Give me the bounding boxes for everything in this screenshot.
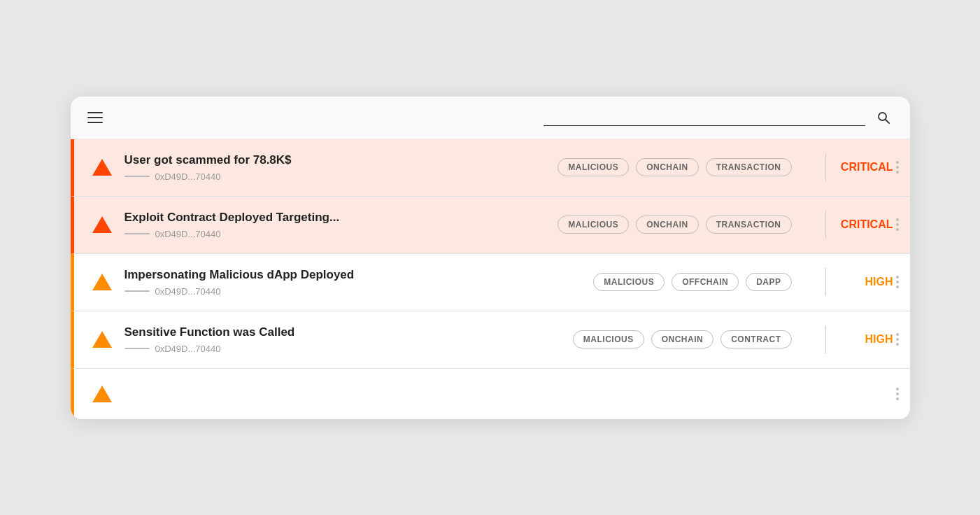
tag-contract: CONTRACT	[720, 330, 791, 348]
alert-row[interactable]: Impersonating Malicious dApp Deployed 0x…	[71, 254, 910, 311]
vertical-divider	[825, 153, 826, 181]
vertical-divider	[825, 325, 826, 353]
critical-triangle-icon	[92, 216, 112, 233]
search-input[interactable]	[544, 108, 865, 126]
vertical-divider	[825, 211, 826, 239]
alert-address: 0xD49D...70440	[125, 286, 571, 297]
more-options-button[interactable]	[896, 161, 899, 174]
alert-row[interactable]: Exploit Contract Deployed Targeting... 0…	[71, 197, 910, 254]
svg-point-0	[879, 113, 886, 120]
severity-icon	[91, 383, 113, 405]
search-button[interactable]	[874, 108, 893, 127]
address-text: 0xD49D...70440	[155, 286, 221, 297]
alert-title: Impersonating Malicious dApp Deployed	[125, 268, 571, 282]
severity-icon	[91, 328, 113, 351]
alert-content: Exploit Contract Deployed Targeting... 0…	[125, 211, 536, 239]
more-options-button[interactable]	[896, 333, 899, 346]
alert-content: User got scammed for 78.8K$ 0xD49D...704…	[125, 153, 536, 182]
tag-malicious: MALICIOUS	[558, 216, 629, 234]
alert-row[interactable]: Sensitive Function was Called 0xD49D...7…	[71, 311, 910, 369]
address-text: 0xD49D...70440	[155, 171, 221, 182]
severity-icon	[91, 156, 113, 178]
severity-label: CRITICAL	[837, 218, 893, 231]
tag-onchain: ONCHAIN	[636, 158, 699, 176]
critical-triangle-icon	[92, 159, 112, 176]
address-line-decoration	[125, 176, 150, 177]
tags-container: MALICIOUS OFFCHAIN DAPP	[593, 273, 791, 291]
tag-offchain: OFFCHAIN	[672, 273, 739, 291]
svg-line-1	[886, 120, 889, 123]
more-options-button[interactable]	[896, 218, 899, 231]
alert-address: 0xD49D...70440	[125, 229, 536, 239]
address-line-decoration	[125, 348, 150, 349]
alert-address: 0xD49D...70440	[125, 344, 551, 354]
tag-onchain: ONCHAIN	[636, 216, 699, 234]
address-text: 0xD49D...70440	[155, 344, 221, 354]
tag-dapp: DAPP	[746, 273, 791, 291]
search-area	[544, 108, 893, 127]
search-icon	[876, 111, 890, 125]
hamburger-menu-button[interactable]	[87, 112, 103, 123]
alert-title: User got scammed for 78.8K$	[125, 153, 536, 167]
tag-onchain: ONCHAIN	[651, 330, 714, 348]
address-line-decoration	[125, 290, 150, 292]
alert-address: 0xD49D...70440	[125, 171, 536, 182]
alert-title: Sensitive Function was Called	[125, 325, 551, 339]
tag-malicious: MALICIOUS	[558, 158, 629, 176]
tag-transaction: TRANSACTION	[706, 158, 792, 176]
more-options-button[interactable]	[896, 388, 899, 400]
tags-container: MALICIOUS ONCHAIN CONTRACT	[573, 330, 792, 348]
alert-content: Impersonating Malicious dApp Deployed 0x…	[125, 268, 571, 297]
alert-row[interactable]: User got scammed for 78.8K$ 0xD49D...704…	[71, 139, 910, 197]
tags-container: MALICIOUS ONCHAIN TRANSACTION	[558, 158, 791, 176]
tag-malicious: MALICIOUS	[593, 273, 665, 291]
more-options-button[interactable]	[896, 276, 899, 288]
severity-icon	[91, 271, 113, 293]
severity-label: CRITICAL	[837, 161, 893, 174]
search-input-container	[544, 108, 865, 126]
severity-label: HIGH	[837, 276, 893, 288]
high-triangle-icon	[92, 331, 112, 348]
severity-icon	[91, 213, 113, 236]
app-header	[71, 97, 910, 139]
high-triangle-icon	[92, 386, 112, 402]
vertical-divider	[825, 268, 826, 296]
address-line-decoration	[125, 233, 150, 234]
severity-label: HIGH	[837, 333, 893, 346]
alert-title: Exploit Contract Deployed Targeting...	[125, 211, 536, 225]
alert-content: Sensitive Function was Called 0xD49D...7…	[125, 325, 551, 354]
alert-row-partial[interactable]	[71, 369, 910, 419]
address-text: 0xD49D...70440	[155, 229, 221, 239]
tag-transaction: TRANSACTION	[706, 216, 792, 234]
tag-malicious: MALICIOUS	[573, 330, 644, 348]
alerts-list: User got scammed for 78.8K$ 0xD49D...704…	[71, 139, 910, 419]
tags-container: MALICIOUS ONCHAIN TRANSACTION	[558, 216, 791, 234]
app-frame: User got scammed for 78.8K$ 0xD49D...704…	[71, 97, 910, 419]
high-triangle-icon	[92, 274, 112, 290]
